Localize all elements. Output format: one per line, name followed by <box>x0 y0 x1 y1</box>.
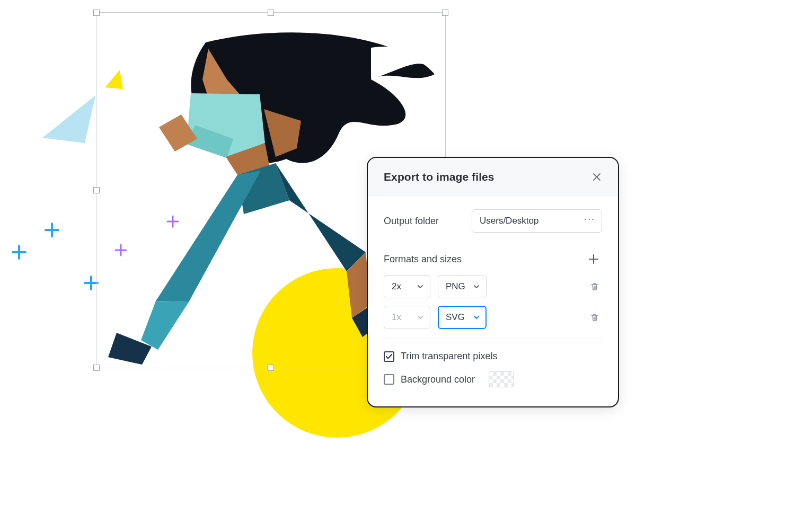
size-select-1: 1x <box>384 306 430 329</box>
resize-handle-tl[interactable] <box>93 10 100 16</box>
delete-format-1[interactable] <box>587 310 602 325</box>
background-color-swatch[interactable] <box>489 371 514 387</box>
background-color-row: Background color <box>384 371 602 387</box>
svg-marker-1 <box>42 95 95 143</box>
plus-icon <box>588 254 599 264</box>
chevron-down-icon <box>473 283 480 290</box>
resize-handle-ml[interactable] <box>93 187 100 193</box>
output-folder-label: Output folder <box>384 216 439 227</box>
panel-body: Output folder Users/Desktop ··· Formats … <box>368 196 618 406</box>
format-row-0: 2x PNG <box>384 275 602 298</box>
format-select-1[interactable]: SVG <box>438 306 487 329</box>
size-value: 1x <box>392 312 401 323</box>
trash-icon <box>590 282 599 291</box>
formats-section-head: Formats and sizes <box>384 251 602 268</box>
resize-handle-bm[interactable] <box>268 365 274 371</box>
size-value: 2x <box>392 281 401 292</box>
resize-handle-tm[interactable] <box>268 10 274 16</box>
format-select-0[interactable]: PNG <box>438 275 487 298</box>
background-checkbox[interactable] <box>384 374 394 385</box>
trim-checkbox[interactable] <box>384 351 394 362</box>
format-value: PNG <box>446 281 465 292</box>
more-icon: ··· <box>584 214 595 224</box>
divider <box>384 339 602 339</box>
formats-section-label: Formats and sizes <box>384 254 462 265</box>
size-select-0[interactable]: 2x <box>384 275 430 298</box>
chevron-down-icon <box>417 314 423 321</box>
format-value: SVG <box>446 312 465 323</box>
chevron-down-icon <box>473 314 480 321</box>
resize-handle-tr[interactable] <box>442 10 448 16</box>
add-format-button[interactable] <box>585 251 602 268</box>
output-folder-select[interactable]: Users/Desktop ··· <box>472 209 602 233</box>
panel-title: Export to image files <box>384 171 494 183</box>
close-button[interactable] <box>589 170 604 184</box>
trash-icon <box>590 313 599 322</box>
trim-transparent-row: Trim transparent pixels <box>384 351 602 362</box>
trim-label: Trim transparent pixels <box>401 351 497 362</box>
background-label: Background color <box>401 374 475 385</box>
export-panel: Export to image files Output folder User… <box>367 157 619 407</box>
output-folder-row: Output folder Users/Desktop ··· <box>384 209 602 233</box>
chevron-down-icon <box>417 283 423 290</box>
resize-handle-bl[interactable] <box>93 365 100 371</box>
close-icon <box>593 173 601 181</box>
delete-format-0[interactable] <box>587 279 602 294</box>
panel-header: Export to image files <box>368 158 618 196</box>
output-folder-value: Users/Desktop <box>480 216 538 226</box>
format-row-1: 1x SVG <box>384 306 602 329</box>
check-icon <box>385 353 393 360</box>
